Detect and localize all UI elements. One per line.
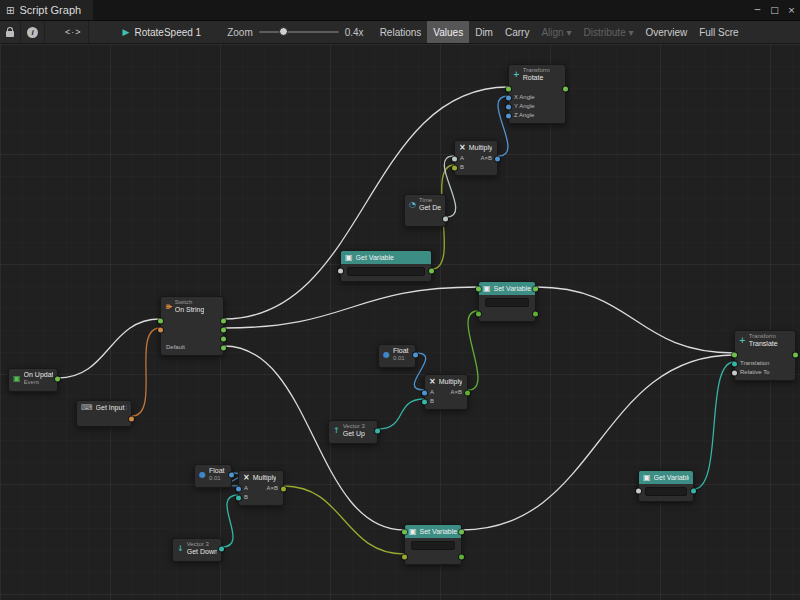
- toolbar-button-full-scre[interactable]: Full Scre: [693, 21, 744, 43]
- maximize-button[interactable]: □: [766, 0, 783, 20]
- node-subtitle: Time: [419, 197, 441, 204]
- toolbar-buttons: RelationsValuesDimCarryAlign ▾Distribute…: [374, 21, 745, 43]
- toolbar-button-overview[interactable]: Overview: [640, 21, 694, 43]
- output-port[interactable]: [281, 486, 286, 491]
- input-port[interactable]: [506, 86, 511, 91]
- node-port-row: [405, 214, 445, 223]
- node-title: Translate: [749, 340, 778, 348]
- wire-multiply-mid-to-setvar[interactable]: [468, 311, 478, 390]
- toolbar-button-values[interactable]: Values: [427, 21, 469, 43]
- minimize-button[interactable]: ─: [749, 0, 766, 20]
- node-on-update-event[interactable]: ▣On UpdateEvent: [8, 368, 58, 392]
- output-port[interactable]: [221, 327, 226, 332]
- wire-setvar-mid-to-translate[interactable]: [536, 287, 734, 353]
- zoom-slider-handle[interactable]: [279, 27, 288, 36]
- input-port[interactable]: [732, 361, 737, 366]
- output-port[interactable]: [221, 336, 226, 341]
- output-port[interactable]: [563, 86, 568, 91]
- input-port[interactable]: [476, 286, 481, 291]
- node-transform-translate[interactable]: +TransformTranslateTranslationRelative T…: [734, 330, 796, 381]
- node-get-variable-right[interactable]: ▣Get Variable: [638, 470, 694, 502]
- input-port[interactable]: [236, 486, 241, 491]
- input-port[interactable]: [732, 370, 737, 375]
- input-port[interactable]: [402, 554, 407, 559]
- output-port[interactable]: [429, 269, 434, 274]
- output-port[interactable]: [443, 216, 448, 221]
- node-get-variable-top[interactable]: ▣Get Variable: [340, 250, 432, 282]
- input-port[interactable]: [506, 95, 511, 100]
- output-port[interactable]: [129, 416, 134, 421]
- node-multiply-rotation[interactable]: ×MultiplyAA×BB: [454, 140, 498, 176]
- wire-multiply-bot-to-setvar[interactable]: [284, 486, 404, 554]
- node-port-row: [509, 84, 565, 93]
- wire-switch-to-setvar-mid[interactable]: [224, 287, 478, 328]
- wire-getvar-right-to-translate[interactable]: [694, 362, 734, 489]
- input-port[interactable]: [476, 311, 481, 316]
- graph-canvas[interactable]: ▣On UpdateEvent⌨Get Input Strin⋔SwitchOn…: [0, 44, 800, 600]
- node-transform-rotate[interactable]: +TransformRotateX AngleY AngleZ Angle: [508, 64, 566, 124]
- wire-getdown-to-multiply-bot-b[interactable]: [222, 495, 238, 547]
- input-port[interactable]: [452, 165, 457, 170]
- wire-update-to-switch[interactable]: [58, 319, 160, 378]
- output-port[interactable]: [533, 311, 538, 316]
- wire-switch-to-rotate[interactable]: [224, 87, 508, 319]
- input-port[interactable]: [732, 352, 737, 357]
- node-float-001-mid[interactable]: ●Float0.01: [378, 344, 416, 368]
- toolbar-button-carry[interactable]: Carry: [499, 21, 535, 43]
- input-port[interactable]: [158, 327, 163, 332]
- node-multiply-down[interactable]: ×MultiplyAA×BB: [238, 470, 284, 506]
- input-port[interactable]: [452, 156, 457, 161]
- input-port[interactable]: [422, 390, 427, 395]
- output-port[interactable]: [229, 472, 234, 477]
- node-port-row: [161, 334, 223, 343]
- variable-name-field[interactable]: [645, 487, 687, 496]
- output-port[interactable]: [221, 345, 226, 350]
- output-port[interactable]: [375, 428, 380, 433]
- output-port[interactable]: [691, 489, 696, 494]
- output-port[interactable]: [219, 546, 224, 551]
- variable-name-field[interactable]: [485, 298, 529, 307]
- output-port[interactable]: [413, 352, 418, 357]
- wire-getup-to-multiply-mid-b[interactable]: [378, 399, 424, 429]
- input-port[interactable]: [506, 113, 511, 118]
- output-port[interactable]: [221, 318, 226, 323]
- node-get-delta-time[interactable]: ◔TimeGet Delta Time: [404, 194, 446, 227]
- input-port[interactable]: [402, 529, 407, 534]
- info-button[interactable]: i: [21, 21, 45, 43]
- node-port-row: [77, 414, 131, 423]
- insert-node-button[interactable]: <·>: [59, 21, 89, 43]
- node-subtitle: Vector 3: [187, 541, 217, 548]
- output-port[interactable]: [465, 390, 470, 395]
- zoom-slider[interactable]: [259, 31, 339, 33]
- node-header: ▣On UpdateEvent: [9, 369, 57, 388]
- toolbar-button-dim[interactable]: Dim: [469, 21, 499, 43]
- input-port[interactable]: [506, 104, 511, 109]
- node-float-001-bottom[interactable]: ●Float0.01: [194, 464, 232, 488]
- toolbar-button-relations[interactable]: Relations: [374, 21, 428, 43]
- input-port[interactable]: [158, 318, 163, 323]
- lock-button[interactable]: [0, 21, 21, 43]
- node-vector3-get-down[interactable]: ↓Vector 3Get Down: [172, 538, 222, 562]
- node-multiply-up[interactable]: ×MultiplyAA×BB: [424, 374, 468, 410]
- output-port[interactable]: [459, 529, 464, 534]
- input-port[interactable]: [422, 399, 427, 404]
- wire-input-to-switch[interactable]: [132, 328, 160, 416]
- tab-script-graph[interactable]: ⊞ Script Graph: [0, 0, 93, 20]
- wire-setvar-bottom-to-translate[interactable]: [462, 355, 734, 530]
- node-vector3-get-up[interactable]: ↑Vector 3Get Up: [328, 420, 378, 444]
- output-port[interactable]: [533, 286, 538, 291]
- output-port[interactable]: [793, 352, 798, 357]
- node-switch-on-string[interactable]: ⋔SwitchOn StringDefault: [160, 296, 224, 356]
- node-set-variable-mid[interactable]: ▣Set Variable: [478, 281, 536, 322]
- output-port[interactable]: [495, 156, 500, 161]
- node-set-variable-bottom[interactable]: ▣Set Variable: [404, 524, 462, 565]
- input-port[interactable]: [236, 495, 241, 500]
- node-get-input-string[interactable]: ⌨Get Input Strin: [76, 400, 132, 427]
- input-port[interactable]: [338, 269, 343, 274]
- output-port[interactable]: [55, 376, 60, 381]
- output-port[interactable]: [459, 554, 464, 559]
- variable-name-field[interactable]: [411, 541, 455, 550]
- close-button[interactable]: ×: [783, 0, 800, 20]
- variable-name-field[interactable]: [347, 267, 425, 276]
- input-port[interactable]: [636, 489, 641, 494]
